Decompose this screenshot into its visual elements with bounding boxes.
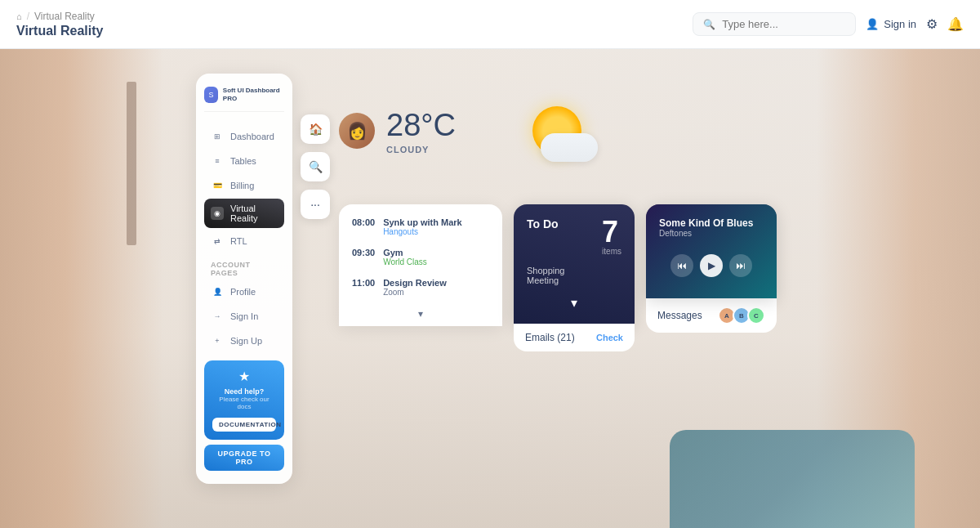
music-card: Some Kind Of Blues Deftones ⏮ ▶ ⏭ [646,204,777,298]
todo-items-label: items [602,247,621,256]
signin-label: Sign in [884,18,916,30]
schedule-details-3: Design Review Zoom [383,278,489,297]
sidebar-item-signin[interactable]: → Sign In [204,305,284,328]
billing-icon: 💳 [211,179,224,192]
bell-icon[interactable]: 🔔 [947,16,964,32]
todo-title: To Do [527,217,559,230]
music-prev-button[interactable]: ⏮ [670,254,693,277]
fab-column: 🏠 🔍 ··· [301,114,330,219]
music-play-button[interactable]: ▶ [700,254,723,277]
weather-info: 28°C CLOUDY [386,108,456,154]
signin-button[interactable]: 👤 Sign in [866,18,916,30]
schedule-widget: 08:00 Synk up with Mark Hangouts 09:30 G… [339,204,502,351]
schedule-title-1: Synk up with Mark [383,217,489,227]
fab-more-button[interactable]: ··· [301,190,330,219]
rtl-icon: ⇄ [211,235,224,248]
sidebar-item-billing[interactable]: 💳 Billing [204,174,284,197]
sidebar-logo-text: Soft UI Dashboard PRO [223,87,284,102]
schedule-details-1: Synk up with Mark Hangouts [383,217,489,236]
sidebar-item-tables[interactable]: ≡ Tables [204,150,284,172]
sidebar-item-dashboard[interactable]: ⊞ Dashboard [204,125,284,148]
schedule-time-1: 08:00 [352,217,375,236]
todo-card: To Do 7 items Shopping Meeting ▾ [514,204,635,324]
breadcrumb-separator: / [27,11,29,22]
fab-home-button[interactable]: 🏠 [301,114,330,144]
tables-icon: ≡ [211,154,224,168]
weather-widget: 👩 28°C CLOUDY [339,106,581,155]
music-controls: ⏮ ▶ ⏭ [659,254,764,277]
dashboard-icon: ⊞ [211,130,224,143]
schedule-sub-2: World Class [383,257,489,266]
search-icon: 🔍 [703,19,715,30]
bg-curtain-left [0,49,163,528]
home-icon[interactable]: ⌂ [16,11,22,21]
signup-icon: + [211,334,224,347]
profile-icon: 👤 [211,285,224,298]
bg-pillow [670,430,915,528]
schedule-title-2: Gym [383,248,489,257]
signin-icon: → [211,310,224,323]
vr-icon: ◉ [211,207,224,220]
weather-avatar: 👩 [339,113,375,149]
todo-count-area: 7 items [602,217,621,256]
emails-check-button[interactable]: Check [596,333,623,342]
music-title: Some Kind Of Blues [659,217,764,229]
schedule-item-2: 09:30 Gym World Class [352,248,489,266]
music-card-inner: Some Kind Of Blues Deftones ⏮ ▶ ⏭ [659,217,764,277]
weather-icon-area [532,106,581,155]
music-next-button[interactable]: ⏭ [729,254,752,277]
messages-row: Messages A B C [646,298,777,333]
fab-search-button[interactable]: 🔍 [301,152,330,181]
messages-label: Messages [657,310,702,321]
main-area: S Soft UI Dashboard PRO ⊞ Dashboard ≡ Ta… [0,49,980,528]
schedule-sub-1: Hangouts [383,227,489,236]
schedule-sub-3: Zoom [383,288,489,297]
cards-area: 08:00 Synk up with Mark Hangouts 09:30 G… [339,204,777,351]
sidebar-item-rtl[interactable]: ⇄ RTL [204,230,284,253]
account-section-label: ACCOUNT PAGES [204,254,284,280]
sidebar: S Soft UI Dashboard PRO ⊞ Dashboard ≡ Ta… [196,74,292,484]
message-avatar-3: C [747,307,765,324]
sidebar-item-virtual-reality[interactable]: ◉ Virtual Reality [204,199,284,228]
emails-row: Emails (21) Check [514,324,635,351]
schedule-title-3: Design Review [383,278,489,288]
schedule-chevron-icon[interactable]: ▾ [418,308,423,320]
settings-icon[interactable]: ⚙ [926,16,938,32]
help-star-icon: ★ [212,369,276,384]
sidebar-logo: S Soft UI Dashboard PRO [204,87,284,112]
top-navigation: ⌂ / Virtual Reality Virtual Reality 🔍 👤 … [0,0,980,49]
schedule-card: 08:00 Synk up with Mark Hangouts 09:30 G… [339,204,502,326]
sidebar-item-profile[interactable]: 👤 Profile [204,280,284,303]
upgrade-button[interactable]: UPGRADE TO PRO [204,445,284,471]
music-artist: Deftones [659,229,764,238]
breadcrumb-item[interactable]: Virtual Reality [34,11,95,22]
schedule-details-2: Gym World Class [383,248,489,266]
cloud-icon [541,133,598,162]
music-widget: Some Kind Of Blues Deftones ⏮ ▶ ⏭ Messag… [646,204,777,351]
search-box[interactable]: 🔍 [693,12,856,36]
todo-chevron-icon: ▾ [571,295,577,311]
schedule-item-3: 11:00 Design Review Zoom [352,278,489,297]
todo-widget: To Do 7 items Shopping Meeting ▾ Emails … [514,204,635,351]
bg-door [127,82,136,245]
schedule-time-2: 09:30 [352,248,375,266]
emails-label: Emails (21) [525,332,575,343]
search-input[interactable] [722,18,845,30]
nav-right: 🔍 👤 Sign in ⚙ 🔔 [693,12,964,36]
help-subtitle: Please check our docs [212,396,276,410]
todo-count: 7 [602,217,621,247]
nav-left: ⌂ / Virtual Reality Virtual Reality [16,11,103,38]
help-card: ★ Need help? Please check our docs DOCUM… [204,360,284,440]
todo-tags: Shopping Meeting [527,266,621,285]
schedule-item-1: 08:00 Synk up with Mark Hangouts [352,217,489,236]
logo-icon: S [204,87,218,103]
schedule-time-3: 11:00 [352,278,375,297]
help-title: Need help? [212,387,276,396]
documentation-button[interactable]: DOCUMENTATION [212,418,276,432]
todo-chevron[interactable]: ▾ [527,295,621,311]
todo-tag-meeting: Meeting [527,275,621,285]
schedule-more[interactable]: ▾ [352,308,489,320]
account-icon: 👤 [866,18,879,30]
sidebar-item-signup[interactable]: + Sign Up [204,329,284,352]
todo-header: To Do 7 items [527,217,621,256]
